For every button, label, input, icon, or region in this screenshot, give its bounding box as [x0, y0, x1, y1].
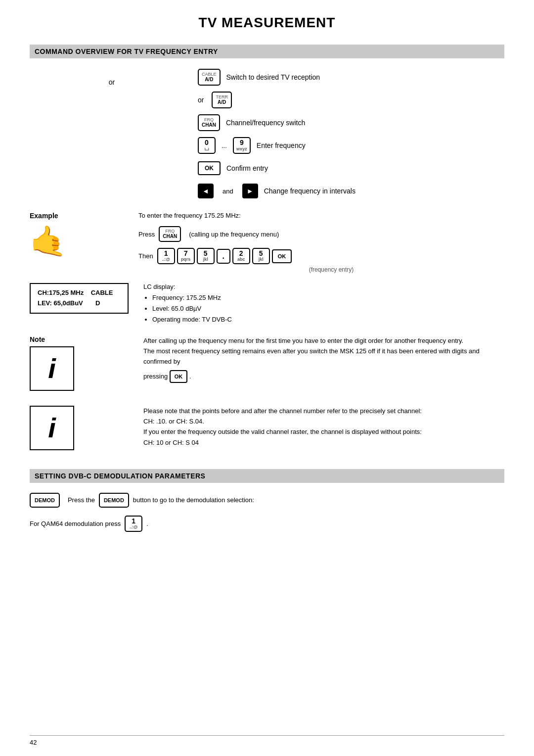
or-row: or	[109, 78, 119, 86]
lc-display-left: CH:175,25 MHz CABLE LEV: 65,0dBuV D	[30, 283, 129, 325]
page: TV MEASUREMENT COMMAND OVERVIEW FOR TV F…	[0, 0, 534, 756]
then-row: Then 1 ..:@ 7 pqrs 5 jkl . 2	[138, 248, 504, 264]
info-icon-1: i	[30, 346, 74, 391]
numbers-description: Enter frequency	[257, 142, 306, 149]
note-section-2: i Please note that the points before and…	[30, 406, 504, 457]
seq-btn-5a[interactable]: 5 jkl	[197, 248, 215, 264]
cmd-row-numbers: 0 ⌴ ... 9 wxyz Enter frequency	[198, 137, 504, 154]
lc-line1: CH:175,25 MHz CABLE	[38, 288, 121, 298]
command-overview-left: or	[30, 68, 198, 200]
note-label: Note	[30, 335, 129, 343]
lc-description-label: LC display:	[143, 283, 504, 290]
example-right: To enter the frequency 175.25 MHz: Press…	[138, 212, 504, 273]
ok-description: Confirm entry	[226, 164, 268, 172]
hand-icon: 🤙	[30, 224, 129, 259]
cmd-row-cable: CABLE A/D Switch to desired TV reception	[198, 68, 504, 86]
seq-btn-5b[interactable]: 5 jkl	[252, 248, 270, 264]
note-left-1: Note i	[30, 335, 129, 398]
seq-btn-2[interactable]: 2 abc	[232, 248, 250, 264]
note-text-1: After calling up the frequency menu for …	[143, 335, 504, 367]
lc-bullet-1: Frequency: 175.25 MHz	[152, 292, 504, 303]
info-icon-2: i	[30, 406, 74, 450]
command-overview-right: CABLE A/D Switch to desired TV reception…	[198, 68, 504, 200]
lc-bullet-2: Level: 65.0 dBµV	[152, 303, 504, 314]
press-label: Press	[138, 231, 155, 238]
command-overview-header: COMMAND OVERVIEW FOR TV FREQUENCY ENTRY	[30, 45, 504, 58]
note-text-1b: pressing OK .	[143, 370, 504, 383]
example-label: Example	[30, 212, 129, 220]
dvbc-section-header: SETTING DVB-C DEMODULATION PARAMETERS	[30, 469, 504, 483]
freq-entry-label: (frequency entry)	[158, 266, 504, 273]
nine-button[interactable]: 9 wxyz	[233, 137, 251, 153]
demod-button-inline[interactable]: DEMOD	[99, 493, 129, 508]
zero-button[interactable]: 0 ⌴	[198, 137, 216, 153]
note-section-1: Note i After calling up the frequency me…	[30, 335, 504, 398]
cmd-row-frq: FRQ CHAN Channel/frequency switch	[198, 114, 504, 132]
left-arrow-button[interactable]: ◄	[198, 184, 214, 198]
lc-line2: LEV: 65,0dBuV D	[38, 298, 121, 309]
right-arrow-button[interactable]: ►	[242, 184, 258, 198]
press-frq-chan-button[interactable]: FRQ CHAN	[159, 226, 181, 242]
qam64-row: For QAM64 demodulation press 1 ..:@ .	[30, 516, 504, 532]
cable-description: Switch to desired TV reception	[226, 73, 320, 81]
lc-display-section: CH:175,25 MHz CABLE LEV: 65,0dBuV D LC d…	[30, 283, 504, 325]
demod-description: Press the DEMOD button to go to the demo…	[68, 493, 254, 508]
frq-chan-button[interactable]: FRQ CHAN	[198, 114, 220, 131]
qam64-text: For QAM64 demodulation press	[30, 520, 121, 527]
press-row: Press FRQ CHAN (calling up the frequency…	[138, 226, 504, 242]
example-section: Example 🤙 To enter the frequency 175.25 …	[30, 212, 504, 273]
cable-ad-button[interactable]: CABLE A/D	[198, 69, 221, 86]
page-number: 42	[30, 739, 37, 746]
lc-display-box: CH:175,25 MHz CABLE LEV: 65,0dBuV D	[30, 283, 129, 314]
note-text-2: Please note that the points before and a…	[143, 406, 504, 448]
page-footer: 42	[30, 735, 504, 746]
ok-button[interactable]: OK	[198, 161, 221, 175]
lc-description-right: LC display: Frequency: 175.25 MHz Level:…	[143, 283, 504, 325]
demod-button-left[interactable]: DEMOD	[30, 493, 60, 508]
command-overview: or CABLE A/D Switch to desired TV recept…	[30, 68, 504, 200]
terr-ad-button[interactable]: TERR A/D	[212, 92, 232, 108]
lc-bullets: Frequency: 175.25 MHz Level: 65.0 dBµV O…	[143, 292, 504, 325]
note-right-1: After calling up the frequency menu for …	[143, 335, 504, 398]
cmd-row-arrows: ◄ and ► Change frequency in intervals	[198, 182, 504, 200]
cmd-row-terr: or TERR A/D	[198, 91, 504, 109]
or-label: or	[109, 78, 115, 86]
press-text: Press the	[68, 496, 95, 504]
arrows-description: Change frequency in intervals	[264, 187, 356, 195]
qam64-button[interactable]: 1 ..:@	[125, 516, 142, 532]
note-right-2: Please note that the points before and a…	[143, 406, 504, 457]
seq-btn-7[interactable]: 7 pqrs	[177, 248, 195, 264]
frq-chan-description: Channel/frequency switch	[226, 119, 305, 127]
cmd-row-ok: OK Confirm entry	[198, 159, 504, 177]
calling-up-label: (calling up the frequency menu)	[189, 231, 279, 238]
note-left-2: i	[30, 406, 129, 457]
demod-section: DEMOD Press the DEMOD button to go to th…	[30, 493, 504, 532]
demod-row: DEMOD Press the DEMOD button to go to th…	[30, 493, 504, 508]
seq-btn-dot[interactable]: .	[217, 249, 230, 264]
lc-bullet-3: Operating mode: TV DVB-C	[152, 314, 504, 325]
demod-description-text: button to go to the demodulation selecti…	[133, 496, 254, 504]
page-title: TV MEASUREMENT	[30, 15, 504, 31]
or-text: or	[198, 96, 204, 104]
example-left: Example 🤙	[30, 212, 129, 273]
frequency-text: To enter the frequency 175.25 MHz:	[138, 212, 504, 219]
seq-btn-ok[interactable]: OK	[272, 249, 292, 263]
seq-btn-1[interactable]: 1 ..:@	[157, 248, 175, 264]
inline-ok-btn: OK	[170, 370, 188, 383]
then-label: Then	[138, 252, 153, 260]
